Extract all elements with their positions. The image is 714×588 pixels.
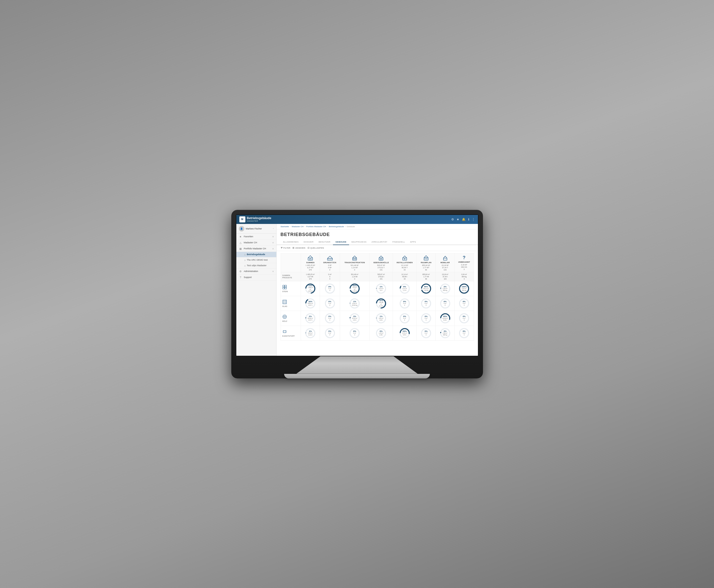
cell-holz-4: 0% 0 m²0: [393, 311, 417, 326]
app-header: M Betriebsgebäude MADASTER ⚙ ★ 🔔 ℹ ⋮: [236, 215, 478, 224]
summen-cell-tragkonstruktion: 501,48 m²1,14 Mt0: [340, 272, 370, 281]
tab-dossier[interactable]: DOSSIER: [301, 239, 316, 245]
holz-icon: [282, 315, 300, 320]
donut-stein-1: 0% 0 m²0: [324, 283, 335, 294]
sidebar-item-administration[interactable]: ⚙ Administration ∨: [236, 269, 276, 274]
main-content: Startseite › Madaster CH › Portfolio Mad…: [277, 224, 478, 356]
app: M Betriebsgebäude MADASTER ⚙ ★ 🔔 ℹ ⋮: [236, 215, 478, 356]
cell-stein-6: 2% 0,35 m²805 kg: [436, 281, 455, 296]
sidebar-item-favoriten[interactable]: ★ Favoriten ∨: [236, 234, 276, 240]
sidebar-item-arc-demo[interactable]: ⌂ The ARC DEMO test: [236, 257, 276, 263]
donut-kunststoff-0: 1% 9,45 m²11,92 t: [305, 328, 316, 339]
info-icon[interactable]: ℹ: [468, 218, 469, 221]
sidebar-item-portfolio[interactable]: ▦ Portfolio Madaster CH ∧: [236, 246, 276, 252]
donut-glas-2: 1% 5,93 m²93,94 kg: [349, 298, 360, 309]
donut-stein-6: 2% 0,35 m²805 kg: [440, 283, 451, 294]
cell-kunststoff-2: 0% 0 m²0: [340, 326, 370, 341]
tab-apps[interactable]: APPS: [408, 239, 419, 245]
donut-holz-7: 0% 0 m²0: [459, 313, 470, 324]
donut-stein-7: 100% 0,54 m²864 kg: [459, 283, 470, 294]
cell-glas-5: 0% 0 m²0: [417, 296, 436, 311]
donut-stein-5: 95% 620,3 m²1,49 Mt: [421, 283, 432, 294]
tab-finanziell[interactable]: FINANZIELL: [390, 239, 407, 245]
cell-stein-2: 94% 472,57 m²1,08 Mt: [340, 281, 370, 296]
breadcrumb-betriebsgebaeude[interactable]: Betriebsgebäude: [329, 226, 344, 228]
cell-holz-0: 2% 29,85 m²13,47 t: [301, 311, 320, 326]
sidebar-item-madaster-ch[interactable]: △ Madaster CH ∨: [236, 240, 276, 246]
svg-rect-5: [353, 258, 357, 260]
monitor-stand: [236, 356, 479, 374]
col-header-tragkonstruktion: TRAGKONSTRUKTION 501,48 m²1,14 Mt0: [340, 253, 370, 272]
tragkonstruktion-icon: [352, 255, 358, 261]
donut-holz-5: 0% 0 m²0: [421, 313, 432, 324]
share-icon[interactable]: ⚙: [451, 218, 454, 221]
cell-kunststoff-1: 0% 0 m²0: [320, 326, 340, 341]
sidebar-user: 👤 Marloes Fischer ›: [236, 224, 276, 234]
svg-rect-68: [283, 331, 286, 333]
cell-glas-3: 76% 233,88 m²15,48 t: [370, 296, 393, 311]
chevron-down-icon: ∨: [272, 235, 274, 238]
sidebar-item-support[interactable]: ? Support: [236, 274, 276, 280]
building-icon: ⌂: [244, 259, 247, 261]
col-header-empty: [280, 253, 301, 272]
donut-holz-0: 2% 29,85 m²13,47 t: [305, 313, 316, 324]
tab-bauprozess[interactable]: BAUPROZESS: [349, 239, 369, 245]
table-row: STEIN 73% 1 088,07 m²2,58 Mt: [280, 281, 474, 296]
breadcrumb-current: Gebäude: [346, 226, 355, 228]
screen: M Betriebsgebäude MADASTER ⚙ ★ 🔔 ℹ ⋮: [236, 214, 479, 356]
summen-row-header: SUMMEN PRODUKTE: [280, 272, 301, 281]
cell-stein-5: 95% 620,3 m²1,49 Mt: [417, 281, 436, 296]
svg-rect-18: [285, 285, 287, 287]
tab-benutzer[interactable]: BENUTZER: [316, 239, 333, 245]
donut-glas-0: 16% 239,8 m²15,57 t: [305, 298, 316, 309]
monitor: M Betriebsgebäude MADASTER ⚙ ★ 🔔 ℹ ⋮: [231, 210, 483, 378]
donut-stein-0: 73% 1 088,07 m²2,58 Mt: [305, 283, 316, 294]
donut-glas-6: 0% 0 m²0: [440, 298, 451, 309]
col-header-raumplan: RAUMPLAN 855,84 m²1,77 Mt90: [417, 253, 436, 272]
donut-stein-4: 9% 1,07 m²1,73 t: [399, 283, 410, 294]
svg-rect-20: [285, 287, 287, 289]
cell-glas-1: 0% 0 m²0: [320, 296, 340, 311]
breadcrumb-portfolio[interactable]: Portfolio Madaster CH: [306, 226, 326, 228]
table-row: KUNSTSTOFF 1% 9,45 m²11,92 t: [280, 326, 474, 341]
ansehen-button[interactable]: ⊞ ANSEHEN: [292, 247, 305, 249]
cell-kunststoff-7: 0% 0 m²0: [455, 326, 474, 341]
donut-kunststoff-7: 0% 0 m²0: [459, 328, 470, 339]
tab-zirkularitaet[interactable]: ZIRKULARITÄT: [369, 239, 390, 245]
avatar: 👤: [239, 226, 244, 231]
summen-icon: [307, 255, 313, 261]
user-chevron-icon[interactable]: ›: [273, 228, 274, 230]
breadcrumb-madaster-ch[interactable]: Madaster CH: [292, 226, 303, 228]
summen-cell-unbekannt: 0,34 m²064 kg3: [455, 272, 474, 281]
settings-icon: ⚙: [239, 270, 243, 273]
col-header-unbekannt: ? UNBEKANNT 0,34 m²064 kg3: [455, 253, 474, 272]
cell-holz-6: 55% 10,63 m²8,29 t: [436, 311, 455, 326]
grundstueck-icon: [327, 255, 333, 261]
svg-rect-10: [380, 259, 382, 260]
filter-button[interactable]: ⧩ FILTER: [280, 247, 291, 249]
data-grid: SUMMEN 1 495,25 m²3,27 Mt379: [277, 251, 478, 356]
svg-rect-9: [379, 258, 383, 260]
donut-kunststoff-6: 3% 0,58 m²898 kg: [440, 328, 451, 339]
donut-glas-4: 0% 0 m²0: [399, 298, 410, 309]
building-icon: ⌂: [244, 253, 247, 256]
glas-icon: [282, 300, 300, 305]
quelldaten-button[interactable]: ⊡ QUELLDATEN: [308, 247, 324, 249]
logo-box: M: [239, 216, 245, 223]
logo: M Betriebsgebäude MADASTER: [239, 216, 271, 223]
breadcrumb-startseite[interactable]: Startseite: [280, 226, 289, 228]
sidebar-item-betriebsgebaeude[interactable]: ⌂ Betriebsgebäude: [236, 252, 276, 257]
stein-icon: [282, 285, 300, 290]
sidebar: 👤 Marloes Fischer › ★ Favoriten ∨ △ Mada…: [236, 224, 277, 356]
svg-rect-2: [328, 258, 333, 260]
help-icon: ?: [239, 276, 243, 279]
bell-icon[interactable]: 🔔: [462, 218, 466, 221]
donut-glas-7: 0% 0 m²0: [459, 298, 470, 309]
tab-gebaeude[interactable]: GEBÄUDE: [333, 239, 349, 245]
cell-glas-4: 0% 0 m²0: [393, 296, 417, 311]
tab-allgemeines[interactable]: ALLGEMEINES: [280, 239, 301, 245]
star-icon[interactable]: ★: [457, 218, 459, 221]
more-icon[interactable]: ⋮: [472, 218, 475, 221]
svg-rect-11: [403, 258, 407, 260]
sidebar-item-test-udps[interactable]: ⌂ Test udps Madaster: [236, 263, 276, 269]
